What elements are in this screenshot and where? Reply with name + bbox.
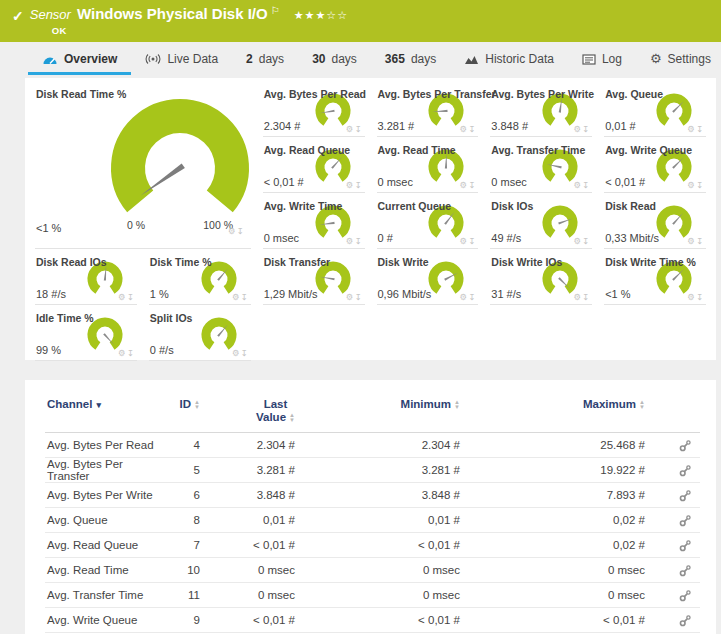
gauge-cell[interactable]: Disk Write IOs 31 #/s ⚙↧ xyxy=(490,254,592,305)
gauge-cell[interactable]: Disk IOs 49 #/s ⚙↧ xyxy=(490,198,592,249)
gauge-cell[interactable]: Idle Time % 99 % ⚙↧ xyxy=(35,310,137,361)
channel-gear-icon[interactable]: ⚙ xyxy=(573,180,582,190)
channel-pin-icon[interactable]: ↧ xyxy=(237,226,245,236)
channel-gear-icon[interactable]: ⚙ xyxy=(573,236,582,246)
channel-gear-icon[interactable]: ⚙ xyxy=(460,180,469,190)
wrench-icon[interactable] xyxy=(679,439,692,452)
tab-historic-data[interactable]: Historic Data xyxy=(450,43,568,75)
channel-pin-icon[interactable]: ↧ xyxy=(468,236,476,246)
channel-gear-icon[interactable]: ⚙ xyxy=(460,124,469,134)
wrench-icon[interactable] xyxy=(679,589,692,602)
col-header-id[interactable]: ID▲▼ xyxy=(155,398,200,410)
channel-pin-icon[interactable]: ↧ xyxy=(696,292,704,302)
channel-pin-icon[interactable]: ↧ xyxy=(354,236,362,246)
star-filled-icon[interactable]: ★ xyxy=(315,9,326,21)
gauge-cell[interactable]: Avg. Transfer Time 0 msec ⚙↧ xyxy=(490,142,592,193)
tab-30-days[interactable]: 30 days xyxy=(298,43,371,75)
table-row[interactable]: Avg. Bytes Per Read 4 2.304 # 2.304 # 25… xyxy=(45,433,700,458)
channel-pin-icon[interactable]: ↧ xyxy=(582,236,590,246)
gauge-cell[interactable]: Disk Time % 1 % ⚙↧ xyxy=(149,254,251,305)
table-row[interactable]: Avg. Write Queue 9 < 0,01 # < 0,01 # < 0… xyxy=(45,608,700,633)
channel-gear-icon[interactable]: ⚙ xyxy=(687,124,696,134)
channel-pin-icon[interactable]: ↧ xyxy=(696,124,704,134)
channel-gear-icon[interactable]: ⚙ xyxy=(687,180,696,190)
tab-365-days[interactable]: 365 days xyxy=(371,43,450,75)
star-filled-icon[interactable]: ★ xyxy=(294,9,305,21)
gauge-cell[interactable]: Disk Transfer 1,29 Mbit/s ⚙↧ xyxy=(263,254,365,305)
channel-gear-icon[interactable]: ⚙ xyxy=(232,292,241,302)
tab-log[interactable]: Log xyxy=(568,43,636,75)
star-empty-icon[interactable]: ☆ xyxy=(326,9,337,21)
tab-live-data[interactable]: Live Data xyxy=(131,43,232,75)
channel-pin-icon[interactable]: ↧ xyxy=(241,292,249,302)
wrench-icon[interactable] xyxy=(679,514,692,527)
channel-gear-icon[interactable]: ⚙ xyxy=(687,292,696,302)
gauge-cell[interactable]: Disk Write 0,96 Mbit/s ⚙↧ xyxy=(377,254,479,305)
gauge-cell[interactable]: Avg. Queue 0,01 # ⚙↧ xyxy=(604,86,706,137)
flag-icon[interactable]: ⚐ xyxy=(271,5,280,16)
primary-gauge-cell[interactable]: Disk Read Time % 0 % 100 % <1 % ⚙↧ xyxy=(35,86,251,249)
channel-gear-icon[interactable]: ⚙ xyxy=(460,292,469,302)
table-row[interactable]: Avg. Read Queue 7 < 0,01 # < 0,01 # 0,02… xyxy=(45,533,700,558)
gauge-cell[interactable]: Avg. Bytes Per Transfer 3.281 # ⚙↧ xyxy=(377,86,479,137)
channel-gear-icon[interactable]: ⚙ xyxy=(118,348,127,358)
channel-pin-icon[interactable]: ↧ xyxy=(354,180,362,190)
gauge-cell[interactable]: Avg. Bytes Per Read 2.304 # ⚙↧ xyxy=(263,86,365,137)
channel-pin-icon[interactable]: ↧ xyxy=(582,124,590,134)
wrench-icon[interactable] xyxy=(679,564,692,577)
gauge-cell[interactable]: Disk Read IOs 18 #/s ⚙↧ xyxy=(35,254,137,305)
wrench-icon[interactable] xyxy=(679,539,692,552)
col-header-last-value[interactable]: Last Value▲▼ xyxy=(200,398,295,424)
wrench-icon[interactable] xyxy=(679,489,692,502)
tab-2-days-number: 2 xyxy=(246,52,253,66)
channel-gear-icon[interactable]: ⚙ xyxy=(118,292,127,302)
star-filled-icon[interactable]: ★ xyxy=(305,9,316,21)
table-row[interactable]: Avg. Transfer Time 11 0 msec 0 msec 0 ms… xyxy=(45,583,700,608)
channel-gear-icon[interactable]: ⚙ xyxy=(232,348,241,358)
gauge-cell[interactable]: Disk Read 0,33 Mbit/s ⚙↧ xyxy=(604,198,706,249)
col-header-channel[interactable]: Channel▾ xyxy=(45,398,155,410)
channel-gear-icon[interactable]: ⚙ xyxy=(460,236,469,246)
star-rating[interactable]: ★★★☆☆ xyxy=(294,9,348,22)
gauge-value: 0 msec xyxy=(264,232,299,244)
tab-settings[interactable]: ⚙ Settings xyxy=(636,43,721,75)
sort-caret-icon[interactable]: ▾ xyxy=(96,400,101,410)
star-empty-icon[interactable]: ☆ xyxy=(337,9,348,21)
gauge-cell[interactable]: Avg. Write Queue < 0,01 # ⚙↧ xyxy=(604,142,706,193)
channel-gear-icon[interactable]: ⚙ xyxy=(573,292,582,302)
channel-gear-icon[interactable]: ⚙ xyxy=(228,226,237,236)
sort-icon[interactable]: ▲▼ xyxy=(289,413,295,423)
sort-icon[interactable]: ▲▼ xyxy=(639,400,645,410)
gauge-cell[interactable]: Avg. Bytes Per Write 3.848 # ⚙↧ xyxy=(490,86,592,137)
wrench-icon[interactable] xyxy=(679,464,692,477)
tab-2-days[interactable]: 2 days xyxy=(232,43,298,75)
gauge-cell[interactable]: Current Queue 0 # ⚙↧ xyxy=(377,198,479,249)
wrench-icon[interactable] xyxy=(679,614,692,627)
gauge-cell[interactable]: Split IOs 0 #/s ⚙↧ xyxy=(149,310,251,361)
table-row[interactable]: Avg. Bytes Per Transfer 5 3.281 # 3.281 … xyxy=(45,458,700,483)
channel-pin-icon[interactable]: ↧ xyxy=(468,292,476,302)
channel-pin-icon[interactable]: ↧ xyxy=(241,348,249,358)
channel-pin-icon[interactable]: ↧ xyxy=(582,292,590,302)
channel-pin-icon[interactable]: ↧ xyxy=(127,292,135,302)
gauge-cell[interactable]: Disk Write Time % <1 % ⚙↧ xyxy=(604,254,706,305)
table-row[interactable]: Avg. Bytes Per Write 6 3.848 # 3.848 # 7… xyxy=(45,483,700,508)
channel-pin-icon[interactable]: ↧ xyxy=(468,180,476,190)
gauge-cell[interactable]: Avg. Read Time 0 msec ⚙↧ xyxy=(377,142,479,193)
col-header-minimum[interactable]: Minimum▲▼ xyxy=(295,398,460,410)
channel-pin-icon[interactable]: ↧ xyxy=(696,236,704,246)
channel-pin-icon[interactable]: ↧ xyxy=(354,292,362,302)
channel-gear-icon[interactable]: ⚙ xyxy=(573,124,582,134)
channel-pin-icon[interactable]: ↧ xyxy=(127,348,135,358)
channel-pin-icon[interactable]: ↧ xyxy=(468,124,476,134)
gauge-cell[interactable]: Avg. Read Queue < 0,01 # ⚙↧ xyxy=(263,142,365,193)
table-row[interactable]: Avg. Queue 8 0,01 # 0,01 # 0,02 # xyxy=(45,508,700,533)
table-row[interactable]: Avg. Read Time 10 0 msec 0 msec 0 msec xyxy=(45,558,700,583)
channel-pin-icon[interactable]: ↧ xyxy=(582,180,590,190)
tab-overview[interactable]: Overview xyxy=(28,43,131,75)
channel-pin-icon[interactable]: ↧ xyxy=(354,124,362,134)
channel-pin-icon[interactable]: ↧ xyxy=(696,180,704,190)
gauge-cell[interactable]: Avg. Write Time 0 msec ⚙↧ xyxy=(263,198,365,249)
col-header-maximum[interactable]: Maximum▲▼ xyxy=(460,398,645,410)
channel-gear-icon[interactable]: ⚙ xyxy=(687,236,696,246)
